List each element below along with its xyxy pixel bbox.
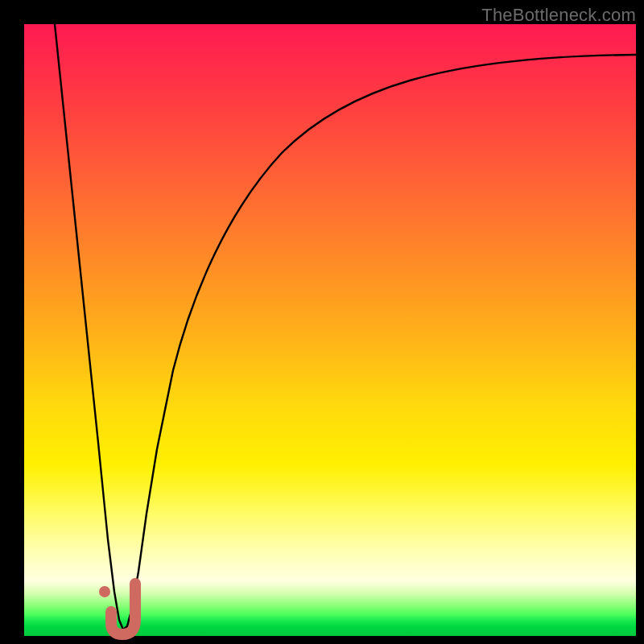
bottleneck-curve bbox=[55, 24, 636, 630]
curve-layer bbox=[24, 24, 636, 636]
marker-dot-icon bbox=[99, 586, 110, 597]
outer-frame: TheBottleneck.com bbox=[0, 0, 644, 644]
watermark-text: TheBottleneck.com bbox=[481, 5, 636, 26]
